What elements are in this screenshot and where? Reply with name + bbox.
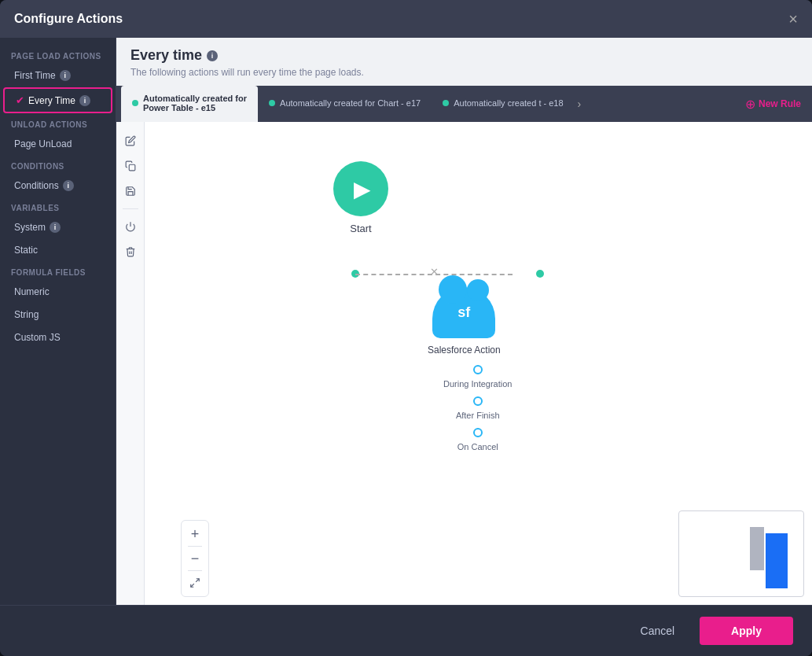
zoom-in-button[interactable]: + [185,524,205,544]
close-button[interactable]: × [788,11,798,27]
zoom-divider-2 [188,570,202,571]
main-content: Every time i The following actions will … [116,38,812,605]
after-finish-dot[interactable] [473,396,483,406]
conditions-section-label: CONDITIONS [0,156,116,174]
new-rule-label: New Rule [759,98,801,109]
checkmark-icon: ✔ [16,94,24,106]
sidebar-item-custom-js[interactable]: Custom JS [3,326,112,348]
svg-line-3 [191,584,194,587]
first-time-label: First Time [14,70,56,81]
modal-header: Configure Actions × [0,0,812,38]
play-icon: ▶ [354,176,371,202]
delete-button[interactable] [119,241,141,263]
tab-1[interactable]: Automatically created for Chart - e17 [258,90,432,117]
unload-section-label: UNLOAD ACTIONS [0,114,116,132]
static-label: Static [14,245,38,256]
page-load-section-label: PAGE LOAD ACTIONS [0,46,116,64]
sidebar-item-string[interactable]: String [3,304,112,326]
tab-2[interactable]: Automatically created t - e18 [432,90,574,117]
minimap[interactable] [678,510,804,597]
after-finish-label: After Finish [456,411,500,420]
every-time-label: Every Time [28,95,75,106]
sidebar-item-conditions[interactable]: Conditions i [3,175,112,197]
minimap-bar-blue [766,533,788,588]
sidebar-item-numeric[interactable]: Numeric [3,281,112,303]
zoom-divider [188,546,202,547]
system-label: System [14,222,46,233]
start-node[interactable]: ▶ Start [333,161,388,234]
new-rule-icon: ⊕ [745,97,755,112]
conditions-label: Conditions [14,180,59,191]
sidebar-item-first-time[interactable]: First Time i [3,64,112,87]
custom-js-label: Custom JS [14,332,61,343]
info-icon-conditions: i [63,180,74,191]
tab-dot-1 [269,100,275,106]
modal-title: Configure Actions [14,12,123,26]
sidebar-item-static[interactable]: Static [3,239,112,261]
modal-body: PAGE LOAD ACTIONS First Time i ✔ Every T… [0,38,812,605]
tab-dot-2 [443,100,449,106]
content-subtitle: The following actions will run every tim… [130,67,798,78]
during-integration-label: During Integration [443,379,512,389]
zoom-controls: + − [181,520,209,597]
on-cancel-dot[interactable] [473,428,483,437]
content-title: Every time i [130,47,798,64]
canvas-wrapper: ▶ Start ✕ [116,122,812,605]
info-icon-title: i [207,50,218,61]
formula-fields-section-label: FORMULA FIELDS [0,262,116,280]
during-integration-dot[interactable] [473,365,483,374]
sf-text: sf [457,304,470,321]
sidebar-item-every-time[interactable]: ✔ Every Time i [3,87,112,113]
tab-overflow-arrow[interactable]: › [575,98,585,110]
on-cancel-label: On Cancel [457,442,498,451]
minimap-bar-gray [750,527,764,570]
svg-line-2 [196,579,199,582]
toolbar-divider [123,208,138,209]
canvas: ▶ Start ✕ [145,122,812,605]
connector-x: ✕ [430,266,439,278]
content-header: Every time i The following actions will … [116,38,812,86]
svg-rect-0 [129,164,135,171]
start-label: Start [350,223,371,234]
sf-node[interactable]: sf Salesforce Action [428,287,501,356]
info-icon-first-time: i [60,70,71,81]
info-icon-system: i [50,222,61,233]
tab-label-1: Automatically created for Chart - e17 [280,98,421,108]
cancel-button[interactable]: Cancel [625,618,691,643]
edit-button[interactable] [119,130,141,152]
sf-action-label: Salesforce Action [428,345,501,356]
new-rule-button[interactable]: ⊕ New Rule [739,92,807,116]
apply-button[interactable]: Apply [700,617,793,645]
tab-label-0: Automatically created forPower Table - e… [143,94,247,112]
modal-footer: Cancel Apply [0,605,812,656]
connector-dot-right [536,270,544,278]
nodes-chain: During Integration After Finish On Cance… [443,362,512,451]
copy-button[interactable] [119,155,141,177]
variables-section-label: VARIABLES [0,197,116,216]
start-circle[interactable]: ▶ [333,161,388,216]
numeric-label: Numeric [14,286,50,297]
sidebar-item-system[interactable]: System i [3,216,112,238]
zoom-out-button[interactable]: − [185,548,205,569]
sidebar: PAGE LOAD ACTIONS First Time i ✔ Every T… [0,38,116,605]
power-button[interactable] [119,216,141,238]
save-button[interactable] [119,180,141,202]
tab-0[interactable]: Automatically created forPower Table - e… [121,86,258,122]
page-unload-label: Page UnLoad [14,138,72,149]
tab-label-2: Automatically created t - e18 [454,98,563,108]
sf-cloud[interactable]: sf [432,287,495,338]
sidebar-item-page-unload[interactable]: Page UnLoad [3,133,112,155]
tab-dot-0 [132,100,138,106]
fit-view-button[interactable] [185,573,205,593]
canvas-toolbar [116,122,145,605]
tabs-bar: Automatically created forPower Table - e… [116,86,812,122]
info-icon-every-time: i [79,95,90,106]
string-label: String [14,309,39,320]
configure-actions-modal: Configure Actions × PAGE LOAD ACTIONS Fi… [0,0,812,656]
